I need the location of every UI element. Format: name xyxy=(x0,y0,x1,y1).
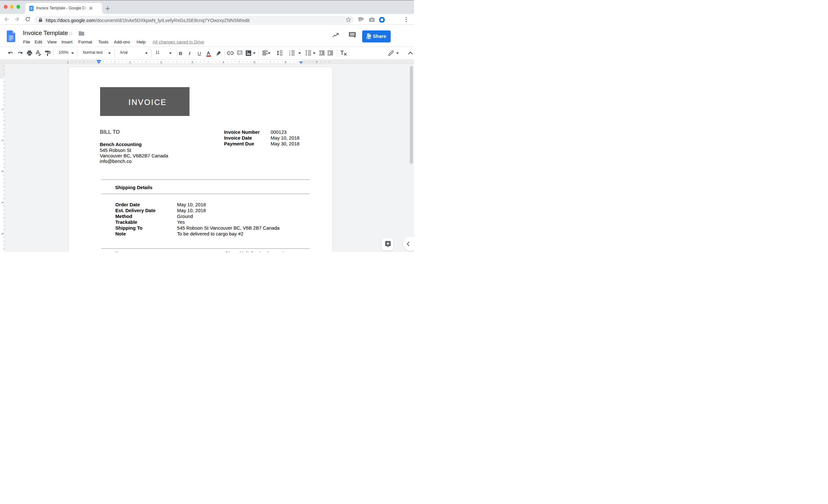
svg-text:a: a xyxy=(360,18,361,20)
svg-text:3: 3 xyxy=(289,54,291,56)
